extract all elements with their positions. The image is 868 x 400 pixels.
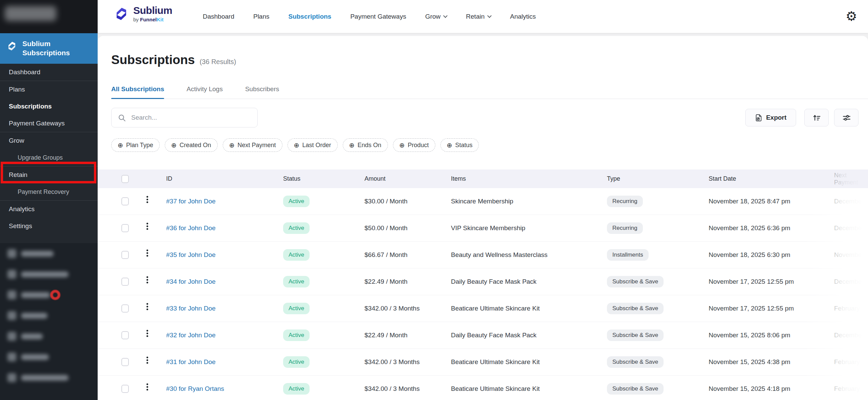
table-row: #33 for John Doe Active $342.00 / 3 Mont… xyxy=(98,295,868,322)
kebab-menu-icon[interactable] xyxy=(146,357,148,358)
subscription-id-link[interactable]: #35 for John Doe xyxy=(166,251,283,259)
plus-circle-icon: ⊕ xyxy=(447,142,452,148)
sidebar-item-grow[interactable]: Grow xyxy=(0,132,98,149)
column-header-type[interactable]: Type xyxy=(607,175,709,182)
start-date-cell: November 18, 2025 8:47 pm xyxy=(709,198,834,205)
kebab-menu-icon[interactable] xyxy=(146,249,148,251)
items-cell: Daily Beauty Face Mask Pack xyxy=(451,278,607,285)
kebab-menu-icon[interactable] xyxy=(146,330,148,332)
column-header-next-payment[interactable]: Next Payment xyxy=(834,172,868,186)
subscription-id-link[interactable]: #33 for John Doe xyxy=(166,305,283,312)
row-checkbox[interactable] xyxy=(121,358,129,366)
nav-retain[interactable]: Retain xyxy=(466,13,491,20)
gear-icon[interactable]: ⚙ xyxy=(846,8,857,24)
row-checkbox[interactable] xyxy=(121,197,129,205)
export-label: Export xyxy=(766,114,786,121)
search-icon xyxy=(118,114,126,122)
amount-cell: $342.00 / 3 Months xyxy=(364,305,451,312)
nav-subscriptions[interactable]: Subscriptions xyxy=(288,13,331,20)
redacted-menu-item xyxy=(7,311,98,320)
subscription-id-link[interactable]: #36 for John Doe xyxy=(166,224,283,232)
nav-dashboard[interactable]: Dashboard xyxy=(203,13,234,20)
kebab-menu-icon[interactable] xyxy=(146,276,148,278)
kebab-menu-icon[interactable] xyxy=(146,223,148,224)
row-checkbox[interactable] xyxy=(121,331,129,339)
next-payment-cell: December xyxy=(834,198,868,205)
column-header-items[interactable]: Items xyxy=(451,175,607,182)
filter-pill-created-on[interactable]: ⊕Created On xyxy=(165,138,218,152)
row-checkbox[interactable] xyxy=(121,224,129,232)
column-header-status[interactable]: Status xyxy=(283,175,364,182)
chevron-down-icon xyxy=(443,14,448,18)
sidebar-plugin-brand[interactable]: Sublium Subscriptions xyxy=(0,33,98,64)
subscription-id-link[interactable]: #32 for John Doe xyxy=(166,332,283,339)
filter-pill-label: Product xyxy=(408,142,429,149)
nav-analytics[interactable]: Analytics xyxy=(510,13,536,20)
tab-activity-logs[interactable]: Activity Logs xyxy=(186,85,223,99)
sidebar-item-payment-gateways[interactable]: Payment Gateways xyxy=(0,115,98,132)
sidebar-item-subscriptions[interactable]: Subscriptions xyxy=(0,98,98,115)
row-checkbox[interactable] xyxy=(121,385,129,393)
status-badge: Active xyxy=(283,329,310,341)
filter-settings-button[interactable] xyxy=(834,109,859,126)
nav-payment-gateways[interactable]: Payment Gateways xyxy=(350,13,406,20)
table-row: #30 for Ryan Ortans Active $342.00 / 3 M… xyxy=(98,376,868,400)
search-input[interactable] xyxy=(111,108,258,127)
table-row: #37 for John Doe Active $30.00 / Month S… xyxy=(98,188,868,215)
column-header-id[interactable]: ID xyxy=(166,175,283,182)
column-header-start-date[interactable]: Start Date xyxy=(709,175,834,182)
type-badge: Subscribe & Save xyxy=(607,276,664,287)
filter-pill-status[interactable]: ⊕Status xyxy=(440,138,479,152)
tab-all-subscriptions[interactable]: All Subscriptions xyxy=(111,85,164,99)
next-payment-cell: November xyxy=(834,251,868,259)
sidebar-item-payment-recovery[interactable]: Payment Recovery xyxy=(0,183,98,200)
type-badge: Recurring xyxy=(607,222,643,234)
sidebar-item-settings[interactable]: Settings xyxy=(0,218,98,235)
app-logo: Sublium by FunnelKit xyxy=(113,5,172,22)
next-payment-cell: December xyxy=(834,278,868,285)
kebab-menu-icon[interactable] xyxy=(146,383,148,385)
sort-button[interactable] xyxy=(804,109,829,126)
kebab-menu-icon[interactable] xyxy=(146,303,148,305)
filter-pill-ends-on[interactable]: ⊕Ends On xyxy=(343,138,388,152)
sidebar-item-dashboard[interactable]: Dashboard xyxy=(0,64,98,81)
type-badge: Subscribe & Save xyxy=(607,383,664,395)
filter-pill-product[interactable]: ⊕Product xyxy=(393,138,435,152)
column-header-amount[interactable]: Amount xyxy=(364,175,451,182)
subscription-id-link[interactable]: #37 for John Doe xyxy=(166,198,283,205)
subscription-id-link[interactable]: #30 for Ryan Ortans xyxy=(166,385,283,393)
sidebar-item-plans[interactable]: Plans xyxy=(0,81,98,98)
row-checkbox[interactable] xyxy=(121,278,129,286)
nav-plans[interactable]: Plans xyxy=(253,13,270,20)
type-badge: Subscribe & Save xyxy=(607,303,664,314)
status-badge: Active xyxy=(283,196,310,207)
start-date-cell: November 17, 2025 12:55 pm xyxy=(709,305,834,312)
nav-grow[interactable]: Grow xyxy=(425,13,447,20)
filter-pill-label: Status xyxy=(455,142,472,149)
sidebar-item-upgrade-groups[interactable]: Upgrade Groups xyxy=(0,149,98,166)
subscription-id-link[interactable]: #31 for John Doe xyxy=(166,358,283,366)
page-title-row: Subscriptions (36 Results) xyxy=(111,53,236,67)
status-badge: Active xyxy=(283,222,310,234)
filter-pill-next-payment[interactable]: ⊕Next Payment xyxy=(223,138,282,152)
sidebar-item-analytics[interactable]: Analytics xyxy=(0,200,98,218)
export-button[interactable]: Export xyxy=(745,109,796,126)
filter-pill-last-order[interactable]: ⊕Last Order xyxy=(288,138,338,152)
items-cell: VIP Skincare Membership xyxy=(451,224,607,232)
subscription-id-link[interactable]: #34 for John Doe xyxy=(166,278,283,285)
filter-pill-plan-type[interactable]: ⊕Plan Type xyxy=(111,138,160,152)
plus-circle-icon: ⊕ xyxy=(118,142,123,148)
chevron-down-icon xyxy=(487,14,492,18)
row-checkbox[interactable] xyxy=(121,304,129,313)
next-payment-cell: February 1 xyxy=(834,385,868,393)
type-badge: Subscribe & Save xyxy=(607,356,664,368)
row-checkbox[interactable] xyxy=(121,251,129,259)
kebab-menu-icon[interactable] xyxy=(146,196,148,198)
notification-badge xyxy=(50,290,60,300)
select-all-checkbox[interactable] xyxy=(121,175,129,183)
items-cell: Daily Beauty Face Mask Pack xyxy=(451,332,607,339)
redacted-menu-item xyxy=(7,353,98,361)
tab-subscribers[interactable]: Subscribers xyxy=(245,85,279,99)
sidebar-item-retain[interactable]: Retain xyxy=(0,166,98,183)
items-cell: Skincare Membership xyxy=(451,198,607,205)
